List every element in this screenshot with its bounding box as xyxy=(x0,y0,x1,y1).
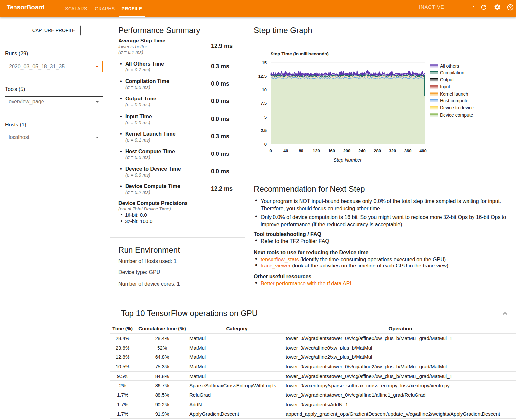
svg-text:280: 280 xyxy=(374,148,381,153)
svg-text:320: 320 xyxy=(389,148,396,153)
svg-text:Device compute: Device compute xyxy=(440,112,473,118)
svg-text:Host compute: Host compute xyxy=(440,98,469,103)
svg-text:2.5: 2.5 xyxy=(261,128,267,133)
svg-text:Step Time (in milliseconds): Step Time (in milliseconds) xyxy=(271,51,329,56)
svg-text:40: 40 xyxy=(283,148,288,153)
svg-text:Device to device: Device to device xyxy=(440,105,474,110)
svg-text:10: 10 xyxy=(262,87,267,92)
svg-text:400: 400 xyxy=(419,148,427,153)
svg-text:15: 15 xyxy=(262,60,267,65)
svg-text:200: 200 xyxy=(343,148,351,153)
svg-text:360: 360 xyxy=(404,148,412,153)
svg-text:Output: Output xyxy=(440,77,454,82)
svg-text:0: 0 xyxy=(264,142,267,147)
svg-text:0: 0 xyxy=(269,148,272,153)
svg-text:80: 80 xyxy=(299,148,303,153)
svg-text:All others: All others xyxy=(440,63,459,69)
svg-text:120: 120 xyxy=(313,148,320,153)
svg-text:7.5: 7.5 xyxy=(261,101,267,106)
svg-text:Step Number: Step Number xyxy=(333,157,362,163)
svg-text:12.5: 12.5 xyxy=(258,74,267,79)
svg-text:Compilation: Compilation xyxy=(440,70,464,75)
svg-text:240: 240 xyxy=(358,148,366,153)
svg-text:160: 160 xyxy=(328,148,335,153)
svg-text:5: 5 xyxy=(264,115,267,120)
svg-text:Kernel launch: Kernel launch xyxy=(440,91,468,97)
svg-text:Input: Input xyxy=(440,84,450,89)
